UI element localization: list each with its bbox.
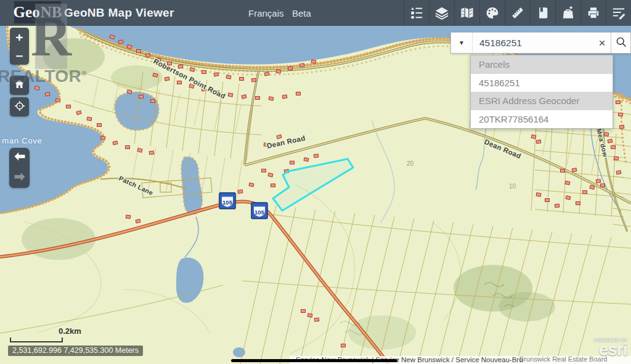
toolbar	[404, 0, 631, 26]
basemap-button[interactable]	[454, 0, 479, 26]
back-extent-button[interactable]	[9, 148, 30, 168]
shield-number: 105	[222, 199, 233, 206]
result-item-geocode[interactable]: 20TKR77856164	[471, 110, 613, 129]
print-button[interactable]	[580, 0, 606, 26]
esri-logo-block: POWERED BY esri	[560, 338, 631, 357]
legend-icon	[410, 6, 423, 20]
book-icon	[536, 6, 550, 20]
add-data-button[interactable]	[555, 0, 580, 26]
arrow-left-icon	[14, 152, 26, 164]
coordinates-readout: 2,531,692.996 7,429,535.300 Meters	[8, 346, 143, 356]
search-submit-button[interactable]	[611, 33, 630, 53]
top-bar: GeoNB GeoNB Map Viewer Français Beta	[0, 0, 631, 26]
forward-extent-button[interactable]	[9, 168, 30, 188]
geonb-logo[interactable]: GeoNB	[14, 1, 61, 23]
bookmarks-button[interactable]	[530, 0, 555, 26]
route-105-shield: 105	[219, 193, 235, 209]
home-button[interactable]	[10, 76, 29, 95]
zoom-out-button[interactable]: −	[10, 46, 29, 65]
search-input[interactable]: 45186251	[473, 33, 593, 53]
clear-search-button[interactable]: ×	[593, 33, 611, 53]
home-icon	[14, 79, 25, 92]
basemap-icon	[460, 6, 474, 20]
logo-nb-text: NB	[41, 4, 62, 21]
layers-icon	[435, 6, 449, 20]
zoom-control: + −	[10, 28, 29, 65]
map-label-cove: man Cove	[2, 136, 43, 145]
bag-plus-icon	[561, 6, 575, 20]
result-group-geocoder: ESRI Address Geocoder	[471, 92, 613, 110]
measure-button[interactable]	[505, 0, 530, 26]
menu-edit-icon	[612, 6, 625, 20]
black-bar	[231, 359, 397, 362]
draw-button[interactable]	[479, 0, 505, 26]
search-icon	[616, 36, 627, 50]
zoom-in-button[interactable]: +	[10, 28, 29, 46]
geonb-map-viewer: 105 105 Robertson Point Road Dean Road D…	[0, 0, 631, 364]
scale-label: 0.2km	[59, 326, 81, 336]
menu-button[interactable]	[606, 0, 631, 26]
map-label-lot-20: 20	[407, 160, 414, 167]
locate-button[interactable]	[10, 97, 29, 116]
search-bar: ▼ 45186251 ×	[450, 32, 631, 54]
extent-nav-control	[9, 148, 30, 188]
search-source-dropdown-button[interactable]: ▼	[451, 33, 473, 53]
logo-geo-text: Geo	[14, 4, 40, 21]
legend-button[interactable]	[404, 0, 429, 26]
esri-logo: esri	[560, 342, 627, 357]
search-results-dropdown: Parcels 45186251 ESRI Address Geocoder 2…	[470, 55, 613, 129]
beta-link[interactable]: Beta	[292, 0, 311, 26]
result-item-parcel[interactable]: 45186251	[471, 74, 613, 92]
route-105-shield: 105	[251, 203, 267, 219]
printer-icon	[587, 6, 600, 20]
language-link[interactable]: Français	[248, 0, 284, 26]
arrow-right-icon	[14, 172, 26, 184]
palette-icon	[486, 6, 499, 20]
map-label-lot-10: 10	[509, 183, 516, 190]
result-group-parcels: Parcels	[471, 55, 613, 74]
locate-icon	[14, 100, 25, 114]
scale-bar	[10, 338, 63, 342]
layers-button[interactable]	[429, 0, 454, 26]
app-title: GeoNB Map Viewer	[64, 0, 174, 26]
ruler-icon	[511, 6, 524, 20]
shield-number: 105	[254, 209, 265, 216]
